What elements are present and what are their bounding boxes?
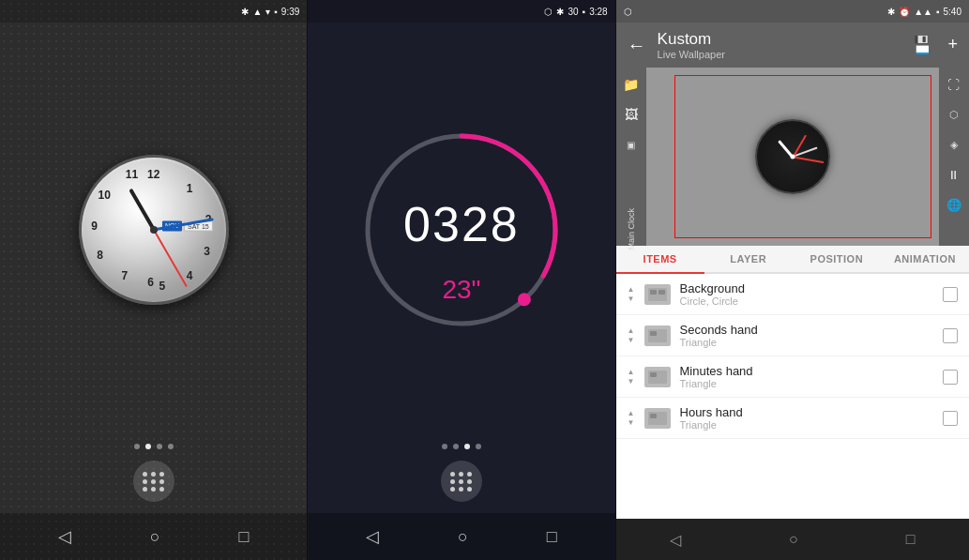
- hours-checkbox[interactable]: [943, 411, 958, 426]
- digital-seconds-display: 23": [442, 275, 480, 305]
- item-icon-background: [644, 284, 671, 305]
- sort-minutes[interactable]: ▲ ▼: [628, 369, 635, 386]
- drawer-dot: [459, 472, 463, 477]
- time-display-1: 9:39: [281, 7, 299, 17]
- kustom-bottom-nav: ◁ ○ □: [616, 519, 969, 560]
- recent-button-2[interactable]: □: [547, 527, 557, 547]
- status-icons-2: ⬡ ✱ 30 ▪ 3:28: [544, 7, 607, 17]
- panel-kustom: ⬡ ✱ ⏰ ▲▲ ▪ 5:40 ← Kustom Live Wallpaper …: [616, 0, 969, 560]
- analog-clock-container: 12 1 2 3 4 5 6 7 8 9 10 11 NOV SAT 15: [0, 23, 307, 436]
- hour-hand: [129, 188, 155, 230]
- sort-up: ▲: [628, 410, 635, 417]
- drawer-dot: [467, 479, 472, 484]
- drawer-dot: [151, 487, 156, 492]
- screenshot-icon[interactable]: 🖼: [618, 101, 644, 128]
- clock-num-11: 11: [126, 168, 138, 181]
- panel-analog-clock: ✱ ▲ ▾ ▪ 9:39 12 1 2 3 4 5 6 7 8 9 10 11: [0, 0, 307, 560]
- sort-up: ▲: [628, 369, 635, 376]
- recent-button-1[interactable]: □: [238, 527, 249, 547]
- drawer-dot: [467, 472, 472, 477]
- tab-position[interactable]: POSITION: [793, 246, 881, 272]
- items-list: ▲ ▼ Background Circle, Circle ▲ ▼: [616, 274, 969, 519]
- drawer-dot: [459, 479, 463, 484]
- back-button-3[interactable]: ◁: [670, 531, 681, 549]
- bottom-nav-1: ◁ ○ □: [0, 513, 307, 560]
- home-button-3[interactable]: ○: [789, 531, 798, 548]
- fullscreen-icon[interactable]: ⛶: [941, 71, 967, 98]
- hours-name: Hours hand: [680, 405, 933, 419]
- svg-rect-7: [650, 331, 657, 336]
- drawer-dot: [151, 472, 156, 477]
- minutes-name: Minutes hand: [680, 364, 933, 378]
- canvas-main[interactable]: [646, 68, 939, 246]
- layers-icon[interactable]: ▣: [618, 131, 644, 158]
- item-info-hours: Hours hand Triangle: [680, 405, 933, 431]
- app-drawer-area: [0, 457, 307, 513]
- back-button-1[interactable]: ◁: [58, 526, 71, 547]
- object-icon[interactable]: ⬡: [941, 101, 967, 128]
- dot-4: [168, 444, 174, 449]
- back-button-2[interactable]: ◁: [366, 526, 379, 547]
- minutes-checkbox[interactable]: [943, 370, 958, 385]
- clock-num-6: 6: [147, 276, 154, 289]
- clock-num-5: 5: [159, 280, 166, 293]
- drawer-dot: [467, 487, 472, 492]
- add-icon[interactable]: +: [947, 35, 958, 55]
- seconds-checkbox[interactable]: [943, 328, 958, 343]
- dot-3: [157, 444, 162, 449]
- ring-container: 0328 23": [358, 127, 565, 333]
- back-icon[interactable]: ←: [628, 35, 646, 56]
- dot-3: [464, 444, 470, 449]
- sort-seconds[interactable]: ▲ ▼: [628, 327, 635, 344]
- clock-num-7: 7: [121, 269, 128, 282]
- home-button-1[interactable]: ○: [150, 527, 160, 547]
- drawer-dots: [143, 472, 165, 492]
- app-drawer-button[interactable]: [133, 461, 174, 502]
- sort-down: ▼: [628, 378, 635, 386]
- clock-face: 12 1 2 3 4 5 6 7 8 9 10 11 NOV SAT 15: [79, 155, 229, 305]
- drawer-dot: [143, 487, 147, 492]
- alarm-icon-3: ⏰: [899, 7, 910, 17]
- pause-icon[interactable]: ⏸: [941, 161, 967, 188]
- left-toolbar: 📁 🖼 ▣ Main Clock: [616, 68, 646, 246]
- kustom-tabs: ITEMS LAYER POSITION ANIMATION: [616, 246, 969, 274]
- layers2-icon[interactable]: ◈: [941, 131, 967, 158]
- sort-up: ▲: [628, 327, 635, 335]
- drawer-dot: [159, 487, 164, 492]
- battery-icon-2: ▪: [583, 7, 586, 17]
- item-info-minutes: Minutes hand Triangle: [680, 364, 933, 389]
- recent-button-3[interactable]: □: [906, 531, 916, 548]
- home-button-2[interactable]: ○: [458, 527, 468, 547]
- sort-hours[interactable]: ▲ ▼: [628, 410, 635, 427]
- canvas-label-rotated: Main Clock: [618, 216, 644, 242]
- tab-animation[interactable]: ANIMATION: [881, 246, 969, 272]
- time-display-2: 3:28: [589, 7, 607, 17]
- dot-2: [145, 444, 151, 449]
- sort-background[interactable]: ▲ ▼: [628, 286, 635, 303]
- canvas-bg: [646, 68, 939, 246]
- seconds-item-svg: [648, 329, 667, 342]
- battery-icon-3: ▪: [936, 7, 940, 17]
- page-dots-2: [308, 436, 614, 457]
- background-checkbox[interactable]: [943, 287, 958, 302]
- hours-type: Triangle: [680, 419, 933, 431]
- folder-icon[interactable]: 📁: [618, 71, 644, 98]
- svg-rect-9: [650, 372, 657, 377]
- status-bar-1: ✱ ▲ ▾ ▪ 9:39: [0, 0, 307, 23]
- save-icon[interactable]: 💾: [912, 35, 932, 55]
- time-display-3: 5:40: [944, 7, 961, 17]
- preview-center: [790, 155, 795, 159]
- app-drawer-button-2[interactable]: [441, 461, 482, 502]
- drawer-dot: [450, 479, 455, 484]
- globe-icon[interactable]: 🌐: [941, 191, 967, 218]
- tab-layer[interactable]: LAYER: [704, 246, 793, 272]
- analog-clock: 12 1 2 3 4 5 6 7 8 9 10 11 NOV SAT 15: [79, 155, 229, 305]
- clock-num-4: 4: [187, 269, 193, 282]
- item-info-background: Background Circle, Circle: [680, 281, 933, 307]
- canvas-clock-preview: [755, 119, 830, 194]
- status-bar-2: ⬡ ✱ 30 ▪ 3:28: [308, 0, 614, 23]
- bluetooth-icon-3: ✱: [887, 7, 895, 17]
- drawer-dot: [151, 479, 156, 484]
- minutes-type: Triangle: [680, 378, 933, 389]
- item-row-seconds: ▲ ▼ Seconds hand Triangle: [616, 315, 969, 356]
